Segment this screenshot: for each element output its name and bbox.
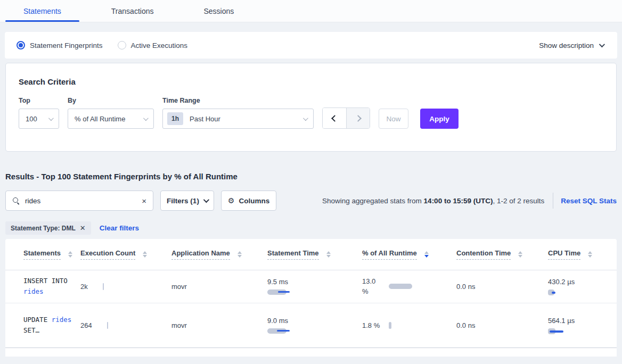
statement-link[interactable]: rides bbox=[52, 316, 72, 324]
top-label: Top bbox=[19, 97, 59, 104]
sort-icon[interactable] bbox=[238, 251, 242, 258]
top-tabbar: Statements Transactions Sessions bbox=[0, 0, 622, 22]
filters-button[interactable]: Filters (1) bbox=[160, 191, 214, 211]
execution-count-value: 2k bbox=[80, 283, 88, 291]
sort-icon-active[interactable] bbox=[424, 251, 429, 258]
statement-link[interactable]: rides bbox=[23, 287, 44, 295]
by-field: By % of All Runtime bbox=[68, 97, 154, 129]
results-controls-row: rides × Filters (1) ⚙ Columns Showing ag… bbox=[5, 191, 617, 211]
sort-icon[interactable] bbox=[518, 251, 522, 258]
cpu-time-bar bbox=[548, 289, 580, 296]
runtime-pct-value: 1.8 % bbox=[362, 320, 382, 330]
time-range-pager bbox=[322, 107, 370, 129]
clear-search-icon[interactable]: × bbox=[142, 196, 146, 205]
search-criteria-card: Search Criteria Top 100 By % of All Runt… bbox=[5, 63, 617, 152]
execution-count-value: 264 bbox=[80, 321, 92, 329]
filters-button-label: Filters (1) bbox=[167, 197, 199, 205]
chevron-left-icon bbox=[331, 115, 338, 122]
by-label: By bbox=[68, 97, 154, 104]
by-select-value: % of All Runtime bbox=[75, 115, 125, 123]
statement-time-bar bbox=[267, 289, 355, 295]
tab-statements[interactable]: Statements bbox=[14, 0, 71, 22]
results-heading: Results - Top 100 Statement Fingerprints… bbox=[5, 172, 617, 181]
cpu-time-bar bbox=[548, 328, 580, 335]
prev-time-button[interactable] bbox=[323, 108, 346, 128]
radio-label: Active Executions bbox=[131, 42, 188, 49]
time-range-select[interactable]: 1h Past Hour bbox=[162, 109, 314, 129]
chevron-right-icon bbox=[355, 115, 362, 122]
contention-time-value: 0.0 ns bbox=[456, 321, 475, 329]
top-select[interactable]: 100 bbox=[19, 109, 59, 129]
search-input[interactable]: rides × bbox=[5, 191, 153, 211]
radio-statement-fingerprints[interactable]: Statement Fingerprints bbox=[17, 41, 103, 49]
search-input-value: rides bbox=[25, 197, 40, 205]
tab-transactions[interactable]: Transactions bbox=[102, 0, 163, 22]
runtime-pct-bar bbox=[389, 284, 412, 289]
chevron-down-icon bbox=[303, 115, 308, 121]
statement-time-bar bbox=[267, 328, 355, 334]
time-range-field: Time Range 1h Past Hour bbox=[162, 97, 314, 129]
col-header-cpu-time[interactable]: CPU Time bbox=[548, 249, 580, 260]
radio-unselected-icon bbox=[118, 41, 126, 49]
execution-count-bar bbox=[103, 283, 104, 290]
chevron-down-icon bbox=[203, 197, 209, 203]
columns-button-label: Columns bbox=[239, 197, 269, 205]
next-time-button[interactable] bbox=[346, 108, 370, 128]
clear-filters-link[interactable]: Clear filters bbox=[100, 224, 139, 232]
tab-sessions[interactable]: Sessions bbox=[194, 0, 243, 22]
show-description-label: Show description bbox=[539, 42, 594, 49]
filter-chip-label: Statement Type: DML bbox=[11, 225, 76, 232]
radio-selected-icon bbox=[17, 41, 25, 49]
col-header-statements[interactable]: Statements bbox=[23, 249, 61, 260]
cpu-time-value: 430.2 µs bbox=[548, 278, 575, 286]
time-range-badge: 1h bbox=[167, 112, 183, 125]
statement-time-value: 9.0 ms bbox=[267, 317, 288, 325]
cpu-time-value: 564.1 µs bbox=[548, 317, 575, 325]
sort-icon[interactable] bbox=[68, 251, 72, 258]
execution-count-bar bbox=[107, 322, 109, 329]
aggregated-stats-text: Showing aggregated stats from 14:00 to 1… bbox=[322, 197, 544, 205]
filter-chip-statement-type[interactable]: Statement Type: DML ✕ bbox=[5, 221, 91, 235]
statement-fingerprint: UPDATE rides SET… bbox=[23, 315, 87, 336]
top-field: Top 100 bbox=[19, 97, 59, 129]
table-row[interactable]: UPDATE rides SET… 264 movr 9.0 ms bbox=[5, 303, 617, 348]
chevron-down-icon bbox=[48, 115, 54, 121]
time-range-value: Past Hour bbox=[190, 115, 220, 123]
results-table: Statements Execution Count Application N… bbox=[5, 239, 617, 357]
sort-icon[interactable] bbox=[326, 251, 331, 258]
col-header-application-name[interactable]: Application Name bbox=[171, 249, 230, 260]
apply-button[interactable]: Apply bbox=[420, 109, 459, 129]
col-header-statement-time[interactable]: Statement Time bbox=[267, 249, 319, 260]
chevron-down-icon bbox=[599, 42, 605, 47]
statement-time-value: 9.5 ms bbox=[267, 278, 288, 286]
reset-sql-stats-link[interactable]: Reset SQL Stats bbox=[561, 197, 617, 205]
table-header-row: Statements Execution Count Application N… bbox=[5, 239, 617, 270]
radio-label: Statement Fingerprints bbox=[30, 42, 103, 49]
columns-button[interactable]: ⚙ Columns bbox=[221, 191, 276, 211]
gear-icon: ⚙ bbox=[228, 196, 235, 205]
now-button[interactable]: Now bbox=[379, 109, 408, 129]
table-row[interactable]: INSERT INTO rides 2k movr 9.5 ms bbox=[5, 270, 617, 303]
sort-icon[interactable] bbox=[143, 251, 147, 258]
filter-chip-row: Statement Type: DML ✕ Clear filters bbox=[5, 221, 617, 235]
col-header-contention-time[interactable]: Contention Time bbox=[456, 249, 511, 260]
search-icon bbox=[12, 197, 20, 204]
chevron-down-icon bbox=[143, 115, 149, 121]
application-name-value: movr bbox=[171, 321, 187, 329]
contention-time-value: 0.0 ns bbox=[456, 283, 475, 291]
top-select-value: 100 bbox=[26, 115, 37, 123]
radio-active-executions[interactable]: Active Executions bbox=[118, 41, 188, 49]
divider bbox=[553, 193, 553, 209]
by-select[interactable]: % of All Runtime bbox=[68, 109, 154, 129]
col-header-runtime-pct[interactable]: % of All Runtime bbox=[362, 249, 417, 260]
application-name-value: movr bbox=[171, 283, 187, 291]
runtime-pct-value: 13.0 % bbox=[362, 276, 382, 296]
remove-filter-icon[interactable]: ✕ bbox=[80, 224, 86, 232]
show-description-toggle[interactable]: Show description bbox=[539, 42, 603, 49]
sort-icon[interactable] bbox=[588, 251, 592, 258]
runtime-pct-bar bbox=[389, 322, 391, 329]
time-range-label: Time Range bbox=[162, 97, 314, 104]
col-header-execution-count[interactable]: Execution Count bbox=[80, 249, 135, 260]
search-criteria-title: Search Criteria bbox=[19, 77, 603, 86]
view-toggle-card: Statement Fingerprints Active Executions… bbox=[5, 32, 617, 59]
